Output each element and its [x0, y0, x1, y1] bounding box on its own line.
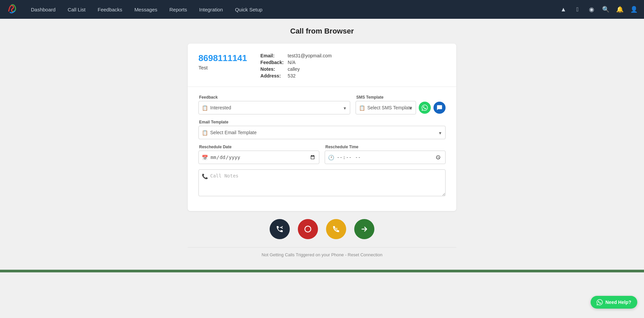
- action-buttons: [5, 219, 639, 239]
- sms-template-select[interactable]: Select SMS Template: [356, 101, 416, 114]
- nav-links: Dashboard Call List Feedbacks Messages R…: [25, 0, 559, 19]
- form-row-2: Email Template 📋 Select Email Template ▼: [198, 120, 446, 139]
- nav-link-feedbacks[interactable]: Feedbacks: [92, 0, 128, 19]
- call-notes-input[interactable]: [198, 169, 446, 196]
- notification-icon[interactable]: 🔔: [615, 5, 625, 14]
- address-value: 532: [288, 73, 446, 78]
- transfer-button[interactable]: [354, 219, 374, 239]
- user-icon[interactable]: 👤: [629, 5, 639, 14]
- feedback-label: Feedback:: [261, 60, 284, 65]
- reset-connection-link[interactable]: Not Getting Calls Triggered on your Phon…: [262, 252, 382, 257]
- need-help-label: Need Help?: [605, 300, 631, 305]
- email-value: test31@yopmail.com: [288, 53, 446, 58]
- sms-send-button[interactable]: [433, 102, 446, 114]
- reschedule-time-group: Reschedule Time 🕐: [325, 145, 446, 164]
- feedback-form-label: Feedback: [198, 95, 350, 100]
- main-card: 8698111141 Test Email: test31@yopmail.co…: [188, 44, 456, 211]
- need-help-button[interactable]: Need Help?: [591, 296, 637, 309]
- reschedule-date-group: Reschedule Date 📅: [198, 145, 319, 164]
- footer-reset-link-container: Not Getting Calls Triggered on your Phon…: [188, 247, 456, 262]
- contact-info: 8698111141 Test Email: test31@yopmail.co…: [198, 53, 446, 78]
- call-notes-group: 📞: [198, 169, 446, 196]
- nav-link-dashboard[interactable]: Dashboard: [25, 0, 61, 19]
- email-label: Email:: [261, 53, 284, 58]
- reschedule-time-input[interactable]: [325, 151, 446, 164]
- contact-details: Email: test31@yopmail.com Feedback: N/A …: [261, 53, 446, 78]
- notes-value: calley: [288, 66, 446, 72]
- logo[interactable]: [5, 2, 25, 17]
- page-content: Call from Browser 8698111141 Test Email:…: [0, 19, 644, 270]
- nav-link-quicksetup[interactable]: Quick Setup: [229, 0, 269, 19]
- help-icon[interactable]: ◉: [587, 5, 596, 14]
- nav-icon-group: ▲  ◉ 🔍 🔔 👤: [559, 5, 639, 14]
- reschedule-time-label: Reschedule Time: [325, 145, 446, 149]
- email-template-select[interactable]: Select Email Template: [198, 126, 446, 139]
- form-row-1: Feedback 📋 Interested Not Interested Cal…: [198, 95, 446, 114]
- divider: [188, 87, 456, 87]
- nav-link-messages[interactable]: Messages: [128, 0, 163, 19]
- contact-name: Test: [198, 65, 247, 70]
- feedback-value: N/A: [288, 60, 446, 65]
- notes-label: Notes:: [261, 66, 284, 72]
- form-row-3: Reschedule Date 📅 Reschedule Time 🕐: [198, 145, 446, 164]
- whatsapp-send-button[interactable]: [419, 102, 431, 114]
- form-row-4: 📞: [198, 169, 446, 196]
- android-icon[interactable]: ▲: [559, 5, 568, 14]
- call-button[interactable]: [270, 219, 290, 239]
- bottom-bar: [0, 270, 644, 272]
- reschedule-date-input[interactable]: [198, 151, 319, 164]
- feedback-select[interactable]: Interested Not Interested Callback No An…: [198, 101, 350, 114]
- nav-link-reports[interactable]: Reports: [164, 0, 193, 19]
- nav-link-integration[interactable]: Integration: [193, 0, 229, 19]
- feedback-group: Feedback 📋 Interested Not Interested Cal…: [198, 95, 350, 114]
- email-template-label: Email Template: [198, 120, 446, 124]
- apple-icon[interactable]: : [573, 5, 582, 14]
- address-label: Address:: [261, 73, 284, 78]
- nav-link-calllist[interactable]: Call List: [61, 0, 91, 19]
- email-template-group: Email Template 📋 Select Email Template ▼: [198, 120, 446, 139]
- contact-phone: 8698111141: [198, 53, 247, 63]
- hold-button[interactable]: [326, 219, 346, 239]
- contact-left: 8698111141 Test: [198, 53, 247, 78]
- search-icon[interactable]: 🔍: [601, 5, 610, 14]
- sms-inner-group: SMS Template 📋 Select SMS Template ▼: [356, 95, 416, 114]
- sms-label: SMS Template: [356, 95, 416, 100]
- reschedule-date-label: Reschedule Date: [198, 145, 319, 149]
- decline-button[interactable]: [298, 219, 318, 239]
- sms-template-group: SMS Template 📋 Select SMS Template ▼: [356, 95, 446, 114]
- navbar: Dashboard Call List Feedbacks Messages R…: [0, 0, 644, 19]
- page-title: Call from Browser: [5, 27, 639, 36]
